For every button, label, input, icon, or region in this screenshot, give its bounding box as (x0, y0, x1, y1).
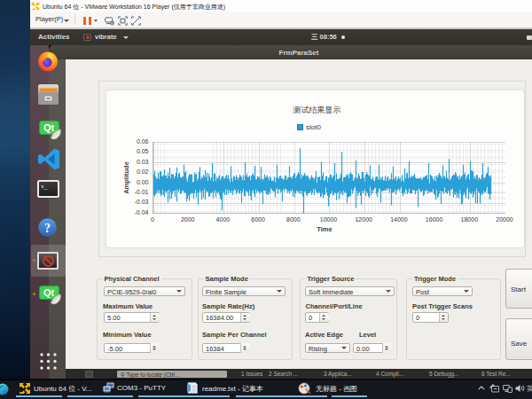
svg-text:Qt: Qt (43, 122, 54, 133)
svg-text:Qt: Qt (43, 287, 54, 298)
svg-text:?: ? (44, 221, 51, 234)
